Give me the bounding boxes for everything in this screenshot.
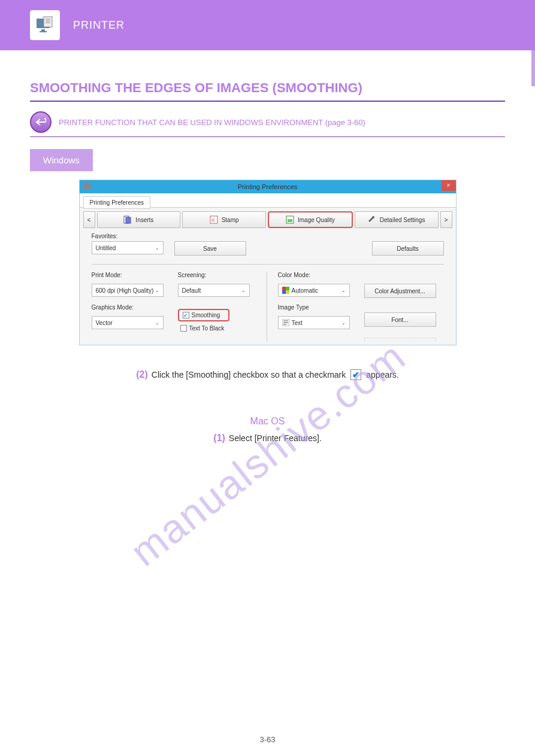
svg-text:A: A [211, 217, 215, 223]
text-to-black-checkbox[interactable]: ✔ Text To Black [178, 325, 256, 332]
tab-inserts[interactable]: Inserts [97, 211, 181, 228]
color-swatch-icon [282, 287, 289, 294]
graphics-mode-dropdown[interactable]: Vector⌄ [92, 316, 164, 329]
svg-rect-16 [286, 290, 289, 294]
tab-image-quality[interactable]: Image Quality [268, 211, 353, 228]
window-title: Printing Preferences [238, 183, 298, 190]
image-type-dropdown[interactable]: Text ⌄ [278, 316, 350, 329]
svg-rect-3 [44, 17, 52, 27]
chevron-down-icon: ⌄ [241, 288, 246, 293]
divider [92, 264, 444, 265]
chevron-down-icon: ⌄ [341, 320, 346, 326]
chevron-down-icon: ⌄ [155, 320, 159, 326]
smoothing-checkbox[interactable]: ✔ Smoothing [178, 309, 229, 321]
back-row: PRINTER FUNCTION THAT CAN BE USED IN WIN… [30, 111, 505, 133]
back-link[interactable]: PRINTER FUNCTION THAT CAN BE USED IN WIN… [59, 118, 365, 127]
svg-rect-8 [126, 217, 131, 223]
graphics-mode-label: Graphics Mode: [92, 304, 170, 311]
chevron-down-icon: ⌄ [155, 245, 159, 251]
monitor-doc-icon [35, 15, 55, 35]
content: SMOOTHING THE EDGES OF IMAGES (SMOOTHING… [0, 50, 535, 458]
svg-rect-13 [282, 287, 286, 290]
chevron-down-icon: ⌄ [341, 288, 346, 293]
image-type-label: Image Type [278, 304, 356, 311]
text-icon [282, 319, 289, 326]
screening-label: Screening: [178, 272, 256, 278]
side-tab [531, 50, 535, 86]
step-number: (2) [136, 369, 148, 380]
tab-stamp[interactable]: A Stamp [182, 211, 266, 228]
settings-grid: Print Mode: 600 dpi (High Quality)⌄ Grap… [83, 268, 452, 341]
rule-thin [30, 136, 505, 137]
printer-icon [83, 183, 90, 190]
window-titlebar: Printing Preferences × [80, 180, 456, 193]
checkmark-icon: ✔ [350, 369, 361, 380]
color-mode-dropdown[interactable]: Automatic ⌄ [278, 284, 350, 297]
svg-rect-2 [40, 31, 47, 32]
topbar-title: PRINTER [73, 19, 125, 32]
save-button[interactable]: Save [174, 241, 246, 256]
inserts-icon [123, 215, 132, 224]
tab-detailed-settings[interactable]: Detailed Settings [355, 211, 439, 228]
back-arrow-icon [35, 118, 46, 126]
font-button[interactable]: Font... [364, 312, 436, 327]
section-title: SMOOTHING THE EDGES OF IMAGES (SMOOTHING… [30, 80, 505, 96]
svg-rect-14 [286, 287, 289, 290]
image-quality-icon [286, 215, 294, 224]
window-body: < Inserts A Stamp Image Quality [80, 208, 456, 345]
rule [30, 101, 505, 102]
screening-dropdown[interactable]: Default⌄ [178, 284, 250, 297]
tab-nav-next[interactable]: > [440, 211, 452, 228]
favorites-row: Favorites: Untitled⌄ Save Defaults [83, 233, 452, 260]
printer-logo [29, 9, 61, 41]
windows-label: Windows [30, 149, 93, 171]
tabstrip: Printing Preferences [80, 193, 456, 208]
color-mode-label: Color Mode: [278, 272, 356, 278]
print-mode-dropdown[interactable]: 600 dpi (High Quality)⌄ [92, 284, 164, 297]
screenshot-window: Printing Preferences × Printing Preferen… [79, 180, 457, 345]
topbar: PRINTER [0, 0, 535, 50]
svg-rect-12 [288, 219, 292, 222]
checkbox-unchecked-icon: ✔ [180, 325, 187, 332]
svg-rect-15 [282, 290, 286, 294]
vertical-divider [267, 272, 267, 341]
page-number: 3-63 [0, 735, 535, 744]
chevron-down-icon: ⌄ [155, 288, 159, 293]
stamp-icon: A [210, 215, 218, 224]
wrench-icon [368, 215, 376, 224]
close-button[interactable]: × [442, 180, 456, 191]
defaults-button[interactable]: Defaults [372, 241, 444, 256]
checkbox-checked-icon: ✔ [183, 312, 189, 318]
mac-step-text: Select [Printer Features]. [229, 433, 322, 443]
favorites-label: Favorites: [92, 233, 164, 239]
color-adjustment-button[interactable]: Color Adjustment... [364, 284, 436, 298]
svg-rect-1 [41, 29, 45, 31]
back-button[interactable] [30, 111, 52, 133]
step-text-after: appears. [366, 370, 398, 379]
category-tabs: < Inserts A Stamp Image Quality [83, 211, 452, 228]
truncated-button [364, 338, 436, 341]
favorites-dropdown[interactable]: Untitled⌄ [92, 241, 164, 254]
mac-step-1: (1) Select [Printer Features]. [30, 433, 505, 444]
page: PRINTER SMOOTHING THE EDGES OF IMAGES (S… [0, 0, 535, 756]
step-number: (1) [213, 433, 225, 444]
step-text-before: Click the [Smoothing] checkbox so that a… [152, 370, 346, 379]
tab-nav-prev[interactable]: < [83, 211, 95, 228]
step-2: (2) Click the [Smoothing] checkbox so th… [30, 369, 505, 380]
tab-printing-preferences[interactable]: Printing Preferences [83, 196, 151, 209]
print-mode-label: Print Mode: [92, 272, 170, 278]
macos-label: Mac OS [30, 416, 505, 427]
